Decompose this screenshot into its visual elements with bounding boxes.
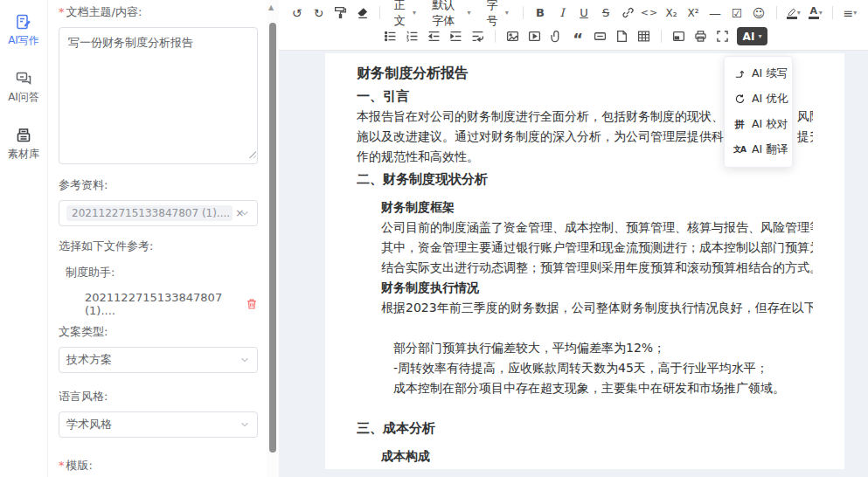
caret-down-icon: ▾ <box>819 9 823 17</box>
language-style-select[interactable]: 学术风格 <box>59 411 258 438</box>
redo-button[interactable]: ↻ <box>308 3 330 23</box>
icon-rail: AI写作 AI问答 素材库 <box>0 0 48 477</box>
subscript-button[interactable]: X₂ <box>661 3 683 23</box>
sidebar-item-library[interactable]: 素材库 <box>0 126 47 162</box>
divider-block-icon[interactable] <box>589 27 611 46</box>
ai-menu-button[interactable]: AI▾ <box>737 27 768 45</box>
bold-button[interactable]: B <box>530 3 552 23</box>
sidebar-item-label: 素材库 <box>0 147 47 162</box>
selected-file-row: 2021122715133847807 (1).... <box>59 291 258 317</box>
menu-item-ai-translate[interactable]: 文A AI 翻译 <box>725 137 792 162</box>
reference-select[interactable]: 2021122715133847807 (1).... × <box>59 200 258 226</box>
bullet-list-icon[interactable] <box>379 27 401 46</box>
doc-paragraph-line: 公司目前的制度涵盖了资金管理、成本控制、预算管理、核算与报告、风险管理等方面。 <box>381 218 813 238</box>
doc-issue-line: -周转效率有待提高，应收账款周转天数为45天，高于行业平均水平； <box>393 358 813 378</box>
reference-file-tag: 2021122715133847807 (1).... × <box>66 205 233 221</box>
insert-table-icon[interactable] <box>633 27 655 46</box>
ai-dropdown-menu: AI 续写 AI 优化 拼 AI 校对 文A AI 翻译 <box>724 56 793 168</box>
caret-down-icon: ▾ <box>853 9 857 17</box>
file-name: 2021122715133847807 (1).... <box>85 291 246 317</box>
fullscreen-icon[interactable] <box>712 27 733 46</box>
font-size-select[interactable]: 字号▾ <box>478 3 516 23</box>
scrollbar-up-arrow[interactable]: ▲ <box>268 3 274 11</box>
sidebar-item-ai-writing[interactable]: AI写作 <box>0 12 47 48</box>
font-family-select[interactable]: 默认字体▾ <box>424 3 478 23</box>
doc-subheading-cost: 成本构成 <box>381 446 813 467</box>
highlight-color-button[interactable]: ▾ <box>782 3 804 23</box>
ordered-list-icon[interactable] <box>401 27 423 46</box>
doc-heading-cost: 三、成本分析 <box>357 418 813 439</box>
toolbar-separator <box>661 30 662 43</box>
blockquote-icon[interactable]: “ <box>567 27 589 46</box>
code-button[interactable]: <> <box>639 3 661 23</box>
caret-down-icon: ▾ <box>413 9 416 17</box>
menu-item-ai-continue[interactable]: AI 续写 <box>725 61 792 86</box>
doc-issue-line: 部分部门预算执行偏差较大，平均偏差率为12%； <box>393 338 813 358</box>
menu-item-ai-optimize[interactable]: AI 优化 <box>725 86 792 112</box>
horizontal-rule-button[interactable]: — <box>705 3 726 23</box>
trash-icon[interactable] <box>246 298 258 310</box>
toolbar-row-1: ↺ ↻ 正文▾ 默认字体▾ <box>286 1 861 24</box>
caret-down-icon: ▾ <box>505 9 509 17</box>
eraser-icon[interactable] <box>351 3 373 23</box>
doc-paragraph-line: 根据2023年前三季度的财务数据，公司整体财务制度执行情况良好，但存在以下问题： <box>381 298 813 318</box>
doc-issue-line: 成本控制在部分项目中存在超支现象，主要集中在研发和市场推广领域。 <box>393 378 813 398</box>
doc-pen-icon <box>0 12 47 31</box>
embed-frame-icon[interactable] <box>668 27 690 46</box>
caret-down-icon: ▾ <box>467 9 470 17</box>
outdent-icon[interactable] <box>423 27 445 46</box>
topic-textarea[interactable] <box>59 27 258 164</box>
print-icon[interactable] <box>690 27 712 46</box>
reference-label: 参考资料: <box>59 177 258 193</box>
textarea-resize-handle[interactable] <box>248 150 256 158</box>
refresh-icon <box>733 93 746 105</box>
translate-icon: 文A <box>733 144 746 156</box>
font-color-button[interactable]: A ▾ <box>804 3 826 23</box>
paragraph-style-select[interactable]: 正文▾ <box>386 3 424 23</box>
insert-video-icon[interactable] <box>524 27 545 46</box>
pinyin-icon: 拼 <box>733 118 746 131</box>
chevron-down-icon <box>240 208 250 218</box>
copy-type-label: 文案类型: <box>59 324 258 340</box>
sidebar-item-ai-qa[interactable]: AI问答 <box>0 69 47 105</box>
editor-area: ↺ ↻ 正文▾ 默认字体▾ <box>279 0 868 477</box>
task-checkbox-button[interactable]: ☑ <box>726 3 748 23</box>
copy-type-select[interactable]: 技术方案 <box>59 347 258 373</box>
toolbar-separator <box>495 30 496 43</box>
link-icon[interactable] <box>617 3 639 23</box>
scrollbar-thumb[interactable] <box>269 23 276 453</box>
library-icon <box>0 126 47 145</box>
toolbar-separator <box>379 6 380 19</box>
emoji-button[interactable]: ☺ <box>748 3 770 23</box>
caret-down-icon: ▾ <box>797 9 801 17</box>
format-painter-icon[interactable] <box>330 3 351 23</box>
undo-button[interactable]: ↺ <box>286 3 308 23</box>
doc-heading-status: 二、财务制度现状分析 <box>357 169 813 190</box>
toolbar-separator <box>776 6 777 19</box>
continue-writing-icon <box>733 68 746 80</box>
pen-color-bar <box>787 17 797 19</box>
attachment-icon[interactable] <box>545 27 567 46</box>
align-button[interactable]: ≡ ▾ <box>839 3 861 23</box>
page-break-icon[interactable] <box>611 27 633 46</box>
panel-scrollbar[interactable]: ▲ <box>267 0 279 477</box>
indent-icon[interactable] <box>445 27 467 46</box>
required-asterisk: * <box>59 459 65 472</box>
strikethrough-button[interactable]: S <box>595 3 617 23</box>
doc-subheading-framework: 财务制度框架 <box>381 197 813 218</box>
italic-button[interactable]: I <box>552 3 573 23</box>
toolbar-separator <box>832 6 833 19</box>
chat-bubbles-icon <box>0 69 47 88</box>
superscript-button[interactable]: X² <box>683 3 705 23</box>
chevron-down-icon <box>240 419 250 430</box>
required-asterisk: * <box>59 5 65 18</box>
line-wrap-icon[interactable] <box>467 27 489 46</box>
template-label: *模版: <box>59 458 258 474</box>
menu-item-ai-proofread[interactable]: 拼 AI 校对 <box>725 112 792 137</box>
underline-button[interactable]: U <box>573 3 595 23</box>
doc-paragraph-line: 结合实际支出进行动态调整；预算管理则采用年度预算和滚动预算相结合的方式。 <box>381 258 813 278</box>
sidebar-item-label: AI问答 <box>0 90 47 105</box>
file-section-label: 选择如下文件参考: <box>59 238 258 254</box>
toolbar-separator <box>523 6 524 19</box>
insert-image-icon[interactable] <box>502 27 524 46</box>
